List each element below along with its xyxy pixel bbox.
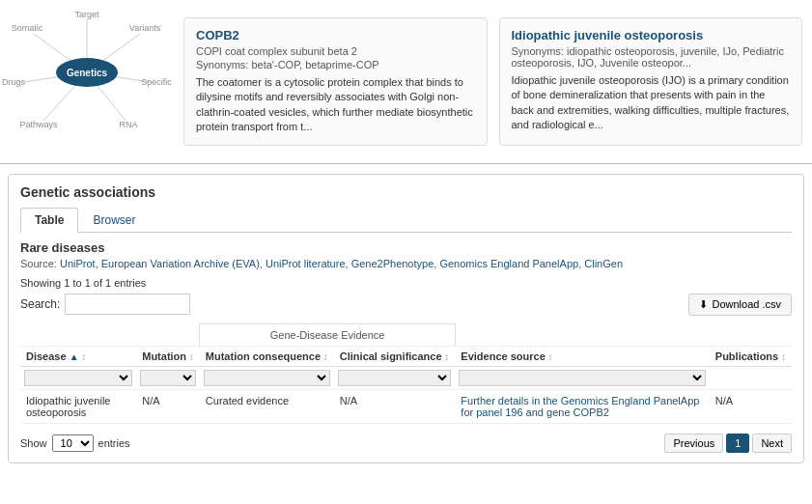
source-genomics-england[interactable]: Genomics England PanelApp xyxy=(439,258,578,269)
filter-disease[interactable] xyxy=(20,366,136,389)
top-section: Target Variants Specific RNA Pathways Dr… xyxy=(0,0,812,163)
column-headers-row: Disease ▲ Mutation Mutation consequence … xyxy=(20,346,792,366)
search-input[interactable] xyxy=(65,294,190,315)
svg-text:Drugs: Drugs xyxy=(2,77,26,87)
entries-label: entries xyxy=(98,437,130,449)
card-ijo-desc: Idiopathic juvenile osteoporosis (IJO) i… xyxy=(512,73,791,133)
col-mutation[interactable]: Mutation xyxy=(136,346,200,366)
network-svg: Target Variants Specific RNA Pathways Dr… xyxy=(0,10,174,135)
card-copb2-desc: The coatomer is a cytosolic protein comp… xyxy=(196,75,475,135)
svg-text:Pathways: Pathways xyxy=(19,120,58,129)
svg-text:RNA: RNA xyxy=(119,120,137,129)
data-table: Gene-Disease Evidence Disease ▲ Mutation… xyxy=(20,323,792,424)
svg-text:Specific: Specific xyxy=(141,77,172,87)
card-ijo: Idiopathic juvenile osteoporosis Synonym… xyxy=(499,17,803,146)
svg-text:Somatic: Somatic xyxy=(12,23,43,33)
download-icon: ⬇ xyxy=(699,298,708,311)
entries-info: Showing 1 to 1 of 1 entries xyxy=(20,277,792,289)
source-uniprot-lit[interactable]: UniProt literature xyxy=(266,258,346,269)
svg-text:Variants: Variants xyxy=(129,23,161,33)
show-entries: Show 10 entries xyxy=(20,434,130,452)
card-area: COPB2 COPI coat complex subunit beta 2 S… xyxy=(174,10,812,154)
cell-publications: N/A xyxy=(710,389,792,423)
source-eva[interactable]: European Variation Archive (EVA) xyxy=(101,258,260,269)
cell-mutation-consequence: Curated evidence xyxy=(200,389,334,423)
search-download-row: Search: ⬇ Download .csv xyxy=(20,294,792,316)
card-copb2-subtitle: COPI coat complex subunit beta 2 xyxy=(196,45,475,57)
search-area: Search: xyxy=(20,294,190,315)
section-title: Genetic associations xyxy=(20,184,792,200)
card-ijo-synonyms: Synonyms: idiopathic osteoporosis, juven… xyxy=(512,45,791,69)
pagination: Previous 1 Next xyxy=(664,434,792,453)
filter-row xyxy=(20,366,792,389)
source-clingen[interactable]: ClinGen xyxy=(584,258,623,269)
rare-diseases-title: Rare diseases xyxy=(20,240,792,255)
search-label: Search: xyxy=(20,297,60,311)
genetic-associations-section: Genetic associations Table Browser Rare … xyxy=(8,174,804,463)
col-mutation-consequence[interactable]: Mutation consequence xyxy=(200,346,334,366)
page-1-button[interactable]: 1 xyxy=(726,434,749,453)
col-clinical-significance[interactable]: Clinical significance xyxy=(334,346,456,366)
network-diagram: Target Variants Specific RNA Pathways Dr… xyxy=(0,10,174,135)
card-ijo-title: Idiopathic juvenile osteoporosis xyxy=(512,28,791,42)
cell-evidence-source: Further details in the Genomics England … xyxy=(455,389,709,423)
empty-group2 xyxy=(455,323,792,346)
svg-text:Target: Target xyxy=(74,10,99,19)
source-uniprot[interactable]: UniProt xyxy=(60,258,96,269)
show-entries-select[interactable]: 10 xyxy=(52,434,94,452)
divider xyxy=(0,163,812,164)
source-label: Source: xyxy=(20,258,60,269)
filter-clinical-significance[interactable] xyxy=(334,366,456,389)
filter-publications xyxy=(710,366,792,389)
gene-disease-evidence-header: Gene-Disease Evidence xyxy=(200,323,456,346)
source-gene2phenotype[interactable]: Gene2Phenotype xyxy=(351,258,434,269)
cell-disease: Idiopathic juvenile osteoporosis xyxy=(20,389,136,423)
col-disease[interactable]: Disease ▲ xyxy=(20,346,136,366)
cell-mutation: N/A xyxy=(136,389,200,423)
filter-mutation[interactable] xyxy=(136,366,200,389)
card-copb2-synonyms: Synonyms: beta'-COP, betaprime-COP xyxy=(196,59,475,70)
filter-evidence-source[interactable] xyxy=(455,366,709,389)
source-line: Source: UniProt, European Variation Arch… xyxy=(20,258,792,269)
card-copb2: COPB2 COPI coat complex subunit beta 2 S… xyxy=(183,17,488,146)
next-button[interactable]: Next xyxy=(752,434,792,453)
tabs-bar: Table Browser xyxy=(20,208,792,233)
show-label: Show xyxy=(20,437,47,449)
cell-clinical-significance: N/A xyxy=(334,389,456,423)
previous-button[interactable]: Previous xyxy=(664,434,723,453)
card-copb2-title: COPB2 xyxy=(196,28,475,42)
tab-browser[interactable]: Browser xyxy=(78,208,150,232)
download-csv-button[interactable]: ⬇ Download .csv xyxy=(688,294,792,316)
tab-table[interactable]: Table xyxy=(20,208,78,233)
download-btn-label: Download .csv xyxy=(712,298,781,310)
filter-mutation-consequence[interactable] xyxy=(200,366,334,389)
empty-group xyxy=(20,323,200,346)
svg-text:Genetics: Genetics xyxy=(67,68,108,78)
bottom-row: Show 10 entries Previous 1 Next xyxy=(20,434,792,453)
group-header-row: Gene-Disease Evidence xyxy=(20,323,792,346)
col-publications[interactable]: Publications xyxy=(710,346,792,366)
evidence-source-link[interactable]: Further details in the Genomics England … xyxy=(461,395,699,418)
col-evidence-source[interactable]: Evidence source xyxy=(455,346,709,366)
table-row: Idiopathic juvenile osteoporosis N/A Cur… xyxy=(20,389,792,423)
